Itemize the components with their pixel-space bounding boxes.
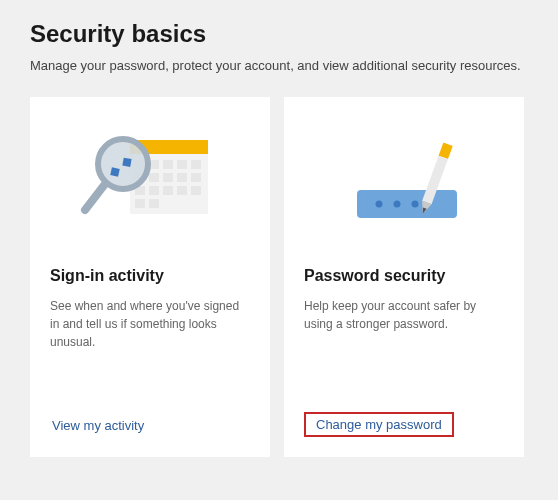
cards-container: Sign-in activity See when and where you'…	[30, 97, 528, 457]
svg-rect-11	[191, 173, 201, 182]
svg-rect-17	[135, 199, 145, 208]
svg-rect-15	[177, 186, 187, 195]
svg-rect-14	[163, 186, 173, 195]
svg-point-25	[376, 201, 383, 208]
card-signin-activity: Sign-in activity See when and where you'…	[30, 97, 270, 457]
page-title: Security basics	[30, 20, 528, 48]
svg-rect-10	[177, 173, 187, 182]
page-subtitle: Manage your password, protect your accou…	[30, 58, 528, 73]
calendar-magnifier-icon	[50, 117, 250, 247]
change-password-link[interactable]: Change my password	[304, 412, 454, 437]
svg-rect-5	[177, 160, 187, 169]
card-password-security: Password security Help keep your account…	[284, 97, 524, 457]
card-description: See when and where you've signed in and …	[50, 297, 250, 414]
svg-rect-21	[122, 158, 131, 167]
svg-rect-6	[191, 160, 201, 169]
card-title: Sign-in activity	[50, 267, 250, 285]
password-pen-icon	[304, 117, 504, 247]
card-description: Help keep your account safer by using a …	[304, 297, 504, 412]
svg-rect-22	[110, 167, 119, 176]
svg-rect-18	[149, 199, 159, 208]
view-activity-link[interactable]: View my activity	[50, 414, 146, 437]
svg-rect-13	[149, 186, 159, 195]
svg-rect-16	[191, 186, 201, 195]
svg-rect-24	[357, 190, 457, 218]
svg-point-27	[412, 201, 419, 208]
svg-rect-9	[163, 173, 173, 182]
svg-point-26	[394, 201, 401, 208]
card-title: Password security	[304, 267, 504, 285]
svg-rect-4	[163, 160, 173, 169]
svg-rect-8	[149, 173, 159, 182]
svg-line-23	[85, 184, 105, 210]
